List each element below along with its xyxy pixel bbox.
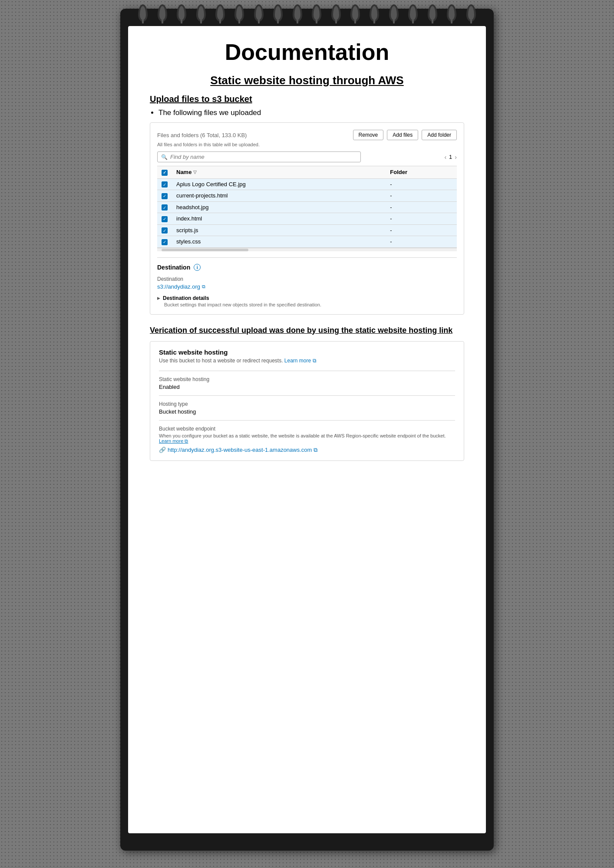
subsection1-title: Upload files to s3 bucket bbox=[150, 94, 464, 104]
table-header-row: ✓ Name ▽ Folder bbox=[157, 166, 457, 179]
page-number: 1 bbox=[449, 154, 452, 160]
sort-icon: ▽ bbox=[193, 170, 197, 174]
row-folder-4: - bbox=[386, 224, 457, 236]
external-link-icon: ⧉ bbox=[202, 284, 205, 289]
hosting-type-label: Hosting type bbox=[159, 401, 455, 407]
search-input[interactable] bbox=[170, 154, 357, 160]
horizontal-scrollbar[interactable] bbox=[157, 248, 457, 251]
ext-icon-2: ⧉ bbox=[185, 438, 188, 444]
doc-title: Documentation bbox=[150, 39, 464, 65]
static-hosting-field: Static website hosting Enabled bbox=[159, 376, 455, 390]
static-hosting-value: Enabled bbox=[159, 384, 455, 390]
destination-details-row: ▶ Destination details bbox=[157, 295, 457, 301]
row-name-0: Aplus Logo Certified CE.jpg bbox=[172, 178, 386, 190]
row-checkbox-5[interactable]: ✓ bbox=[162, 239, 168, 245]
table-row: ✓ current-projects.html - bbox=[157, 190, 457, 202]
upload-panel: Files and folders (6 Total, 133.0 KB) Re… bbox=[150, 122, 464, 315]
row-checkbox-0[interactable]: ✓ bbox=[162, 181, 168, 187]
spiral-ring bbox=[447, 4, 456, 22]
endpoint-url-link[interactable]: 🔗 http://andydiaz.org.s3-website-us-east… bbox=[159, 447, 455, 454]
panel-subtitle: All files and folders in this table will… bbox=[157, 142, 457, 147]
row-checkbox-3[interactable]: ✓ bbox=[162, 216, 168, 222]
scrollbar-thumb[interactable] bbox=[162, 249, 248, 251]
spiral-ring bbox=[350, 4, 360, 22]
spiral-ring bbox=[370, 4, 379, 22]
row-checkbox-cell-2: ✓ bbox=[157, 201, 172, 213]
table-row: ✓ index.html - bbox=[157, 213, 457, 225]
row-folder-5: - bbox=[386, 236, 457, 248]
destination-link[interactable]: s3://andydiaz.org ⧉ bbox=[157, 283, 457, 290]
link-icon: 🔗 bbox=[159, 447, 166, 453]
table-row: ✓ styles.css - bbox=[157, 236, 457, 248]
spiral-ring bbox=[234, 4, 244, 22]
ext-icon-3: ⧉ bbox=[314, 447, 317, 454]
hosting-panel-subtitle: Use this bucket to host a website or red… bbox=[159, 358, 455, 364]
prev-page-arrow[interactable]: ‹ bbox=[444, 154, 446, 161]
folder-column-header: Folder bbox=[386, 166, 457, 179]
row-checkbox-cell-0: ✓ bbox=[157, 178, 172, 190]
panel-header: Files and folders (6 Total, 133.0 KB) Re… bbox=[157, 130, 457, 140]
learn-more-link-1[interactable]: Learn more ⧉ bbox=[284, 358, 317, 364]
spiral-ring bbox=[466, 4, 476, 22]
table-row: ✓ headshot.jpg - bbox=[157, 201, 457, 213]
row-checkbox-4[interactable]: ✓ bbox=[162, 227, 168, 233]
learn-more-link-2[interactable]: Learn more ⧉ bbox=[159, 438, 188, 444]
files-table: ✓ Name ▽ Folder ✓ bbox=[157, 166, 457, 248]
divider-3 bbox=[159, 420, 455, 421]
add-folder-button[interactable]: Add folder bbox=[422, 130, 457, 140]
table-row: ✓ Aplus Logo Certified CE.jpg - bbox=[157, 178, 457, 190]
destination-label: Destination i bbox=[157, 264, 457, 271]
next-page-arrow[interactable]: › bbox=[455, 154, 457, 161]
row-name-3: index.html bbox=[172, 213, 386, 225]
spiral-ring bbox=[177, 4, 186, 22]
spiral-ring bbox=[408, 4, 418, 22]
spiral-ring bbox=[254, 4, 264, 22]
row-checkbox-cell-1: ✓ bbox=[157, 190, 172, 202]
spiral-ring bbox=[389, 4, 399, 22]
endpoint-description: When you configure your bucket as a stat… bbox=[159, 433, 455, 444]
table-row: ✓ scripts.js - bbox=[157, 224, 457, 236]
spiral-ring bbox=[428, 4, 437, 22]
triangle-icon: ▶ bbox=[157, 296, 160, 300]
row-name-2: headshot.jpg bbox=[172, 201, 386, 213]
row-name-1: current-projects.html bbox=[172, 190, 386, 202]
row-checkbox-2[interactable]: ✓ bbox=[162, 204, 168, 210]
hosting-type-field: Hosting type Bucket hosting bbox=[159, 401, 455, 415]
spiral-ring bbox=[158, 4, 167, 22]
destination-section: Destination i Destination s3://andydiaz.… bbox=[157, 257, 457, 307]
endpoint-label: Bucket website endpoint bbox=[159, 426, 455, 432]
add-files-button[interactable]: Add files bbox=[387, 130, 418, 140]
search-box[interactable]: 🔍 bbox=[157, 151, 361, 162]
files-folders-label: Files and folders bbox=[157, 132, 198, 138]
destination-field-label: Destination bbox=[157, 276, 457, 282]
hosting-panel: Static website hosting Use this bucket t… bbox=[150, 341, 464, 461]
row-checkbox-1[interactable]: ✓ bbox=[162, 193, 168, 199]
files-table-body: ✓ Aplus Logo Certified CE.jpg - ✓ curren… bbox=[157, 178, 457, 247]
select-all-checkbox[interactable]: ✓ bbox=[162, 170, 168, 176]
row-checkbox-cell-5: ✓ bbox=[157, 236, 172, 248]
name-column-header: Name ▽ bbox=[172, 166, 386, 179]
row-checkbox-cell-3: ✓ bbox=[157, 213, 172, 225]
spiral-ring bbox=[196, 4, 206, 22]
row-name-5: styles.css bbox=[172, 236, 386, 248]
static-hosting-label: Static website hosting bbox=[159, 376, 455, 382]
bullet-item: The following files we uploaded bbox=[158, 108, 464, 117]
search-icon: 🔍 bbox=[161, 154, 168, 160]
divider-1 bbox=[159, 371, 455, 371]
row-folder-1: - bbox=[386, 190, 457, 202]
section1-title: Static website hosting through AWS bbox=[150, 74, 464, 87]
notebook: Documentation Static website hosting thr… bbox=[120, 9, 494, 851]
panel-header-title: Files and folders (6 Total, 133.0 KB) bbox=[157, 132, 247, 138]
row-folder-3: - bbox=[386, 213, 457, 225]
remove-button[interactable]: Remove bbox=[353, 130, 384, 140]
info-badge[interactable]: i bbox=[194, 264, 201, 271]
spiral-ring bbox=[273, 4, 283, 22]
ext-icon-1: ⧉ bbox=[313, 358, 317, 364]
row-name-4: scripts.js bbox=[172, 224, 386, 236]
dest-details-sub: Bucket settings that impact new objects … bbox=[164, 302, 457, 307]
spiral-ring bbox=[215, 4, 225, 22]
spiral-ring bbox=[293, 4, 302, 22]
spiral-ring bbox=[331, 4, 341, 22]
spiral-ring bbox=[138, 4, 148, 22]
spiral-ring bbox=[312, 4, 321, 22]
